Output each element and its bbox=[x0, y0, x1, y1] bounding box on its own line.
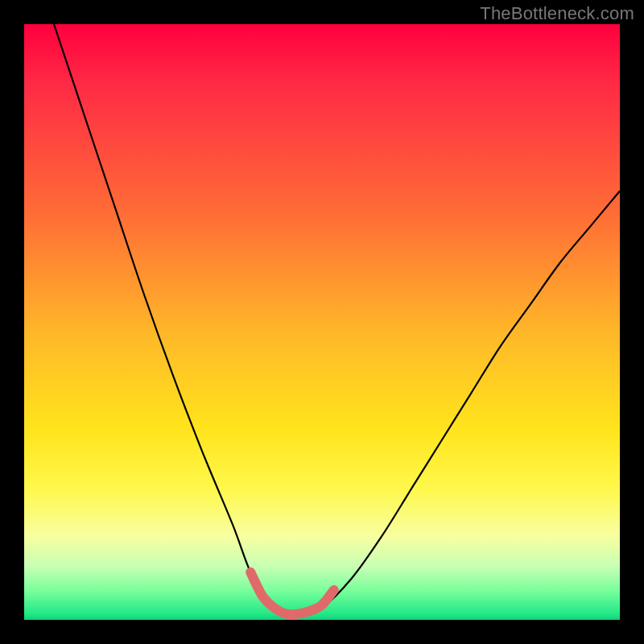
chart-frame: TheBottleneck.com bbox=[0, 0, 644, 644]
bottleneck-curve-path bbox=[54, 24, 620, 615]
curve-svg bbox=[24, 24, 620, 620]
watermark-text: TheBottleneck.com bbox=[480, 3, 634, 24]
plot-area bbox=[24, 24, 620, 620]
highlight-segment-path bbox=[250, 572, 334, 615]
